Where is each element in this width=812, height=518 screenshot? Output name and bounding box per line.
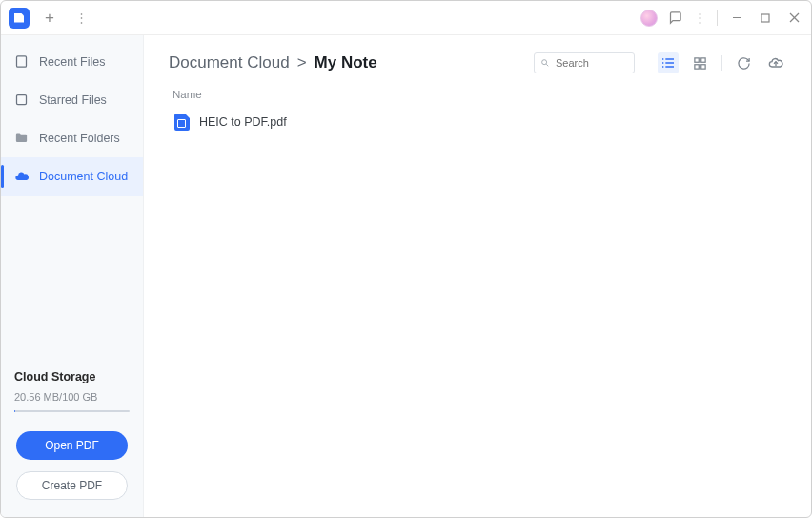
comment-icon[interactable] [667, 10, 682, 26]
breadcrumb-current: My Note [315, 53, 377, 73]
sidebar-item-label: Document Cloud [39, 170, 128, 183]
window-maximize-button[interactable] [756, 9, 775, 28]
tab-more-button[interactable]: ⋮ [70, 10, 93, 25]
cloud-icon [14, 169, 30, 184]
svg-rect-14 [695, 57, 699, 61]
titlebar-separator [717, 10, 718, 26]
upload-button[interactable] [765, 52, 786, 73]
kebab-menu-icon[interactable]: ⋮ [692, 10, 707, 26]
search-icon [540, 57, 550, 69]
svg-rect-1 [761, 14, 769, 22]
storage-panel: Cloud Storage 20.56 MB/100 GB [1, 370, 143, 422]
window-minimize-button[interactable] [727, 9, 746, 28]
breadcrumb-separator: > [297, 53, 307, 73]
create-pdf-button[interactable]: Create PDF [16, 471, 128, 500]
svg-point-6 [542, 60, 547, 65]
svg-rect-5 [17, 95, 27, 105]
app-logo [9, 8, 30, 29]
file-row[interactable]: HEIC to PDF.pdf [169, 110, 786, 135]
storage-bar-fill [14, 410, 15, 412]
folder-icon [14, 131, 30, 146]
sidebar-item-document-cloud[interactable]: Document Cloud [1, 157, 143, 196]
titlebar: + ⋮ ⋮ [1, 1, 811, 35]
svg-rect-17 [701, 64, 705, 68]
search-box[interactable] [534, 52, 635, 73]
file-name: HEIC to PDF.pdf [199, 115, 287, 129]
sidebar-item-starred-files[interactable]: Starred Files [1, 81, 143, 119]
sidebar: Recent Files Starred Files Recent Folder… [1, 35, 144, 517]
search-input[interactable] [556, 57, 628, 69]
storage-value: 20.56 MB/100 GB [14, 391, 130, 403]
view-list-button[interactable] [658, 52, 679, 73]
storage-title: Cloud Storage [14, 370, 130, 383]
sidebar-item-recent-folders[interactable]: Recent Folders [1, 119, 143, 157]
column-header-name[interactable]: Name [169, 83, 786, 110]
new-tab-button[interactable]: + [39, 10, 60, 26]
svg-rect-15 [701, 57, 705, 61]
refresh-button[interactable] [734, 53, 754, 73]
open-pdf-button[interactable]: Open PDF [16, 431, 128, 460]
breadcrumb: Document Cloud > My Note [169, 53, 377, 73]
toolbar-separator [721, 55, 722, 71]
user-avatar[interactable] [640, 10, 658, 27]
storage-bar [14, 410, 130, 412]
window-close-button[interactable] [784, 9, 803, 28]
view-grid-button[interactable] [690, 53, 710, 73]
sidebar-item-recent-files[interactable]: Recent Files [1, 43, 143, 81]
star-icon [14, 93, 30, 108]
sidebar-item-label: Starred Files [39, 93, 107, 107]
main-content: Document Cloud > My Note [144, 35, 811, 517]
pdf-file-icon [174, 114, 190, 131]
breadcrumb-root[interactable]: Document Cloud [169, 53, 290, 73]
svg-rect-16 [695, 64, 699, 68]
clock-file-icon [14, 54, 30, 70]
svg-line-7 [546, 64, 548, 66]
sidebar-item-label: Recent Folders [39, 132, 120, 145]
svg-rect-4 [17, 56, 27, 67]
sidebar-item-label: Recent Files [39, 55, 105, 69]
